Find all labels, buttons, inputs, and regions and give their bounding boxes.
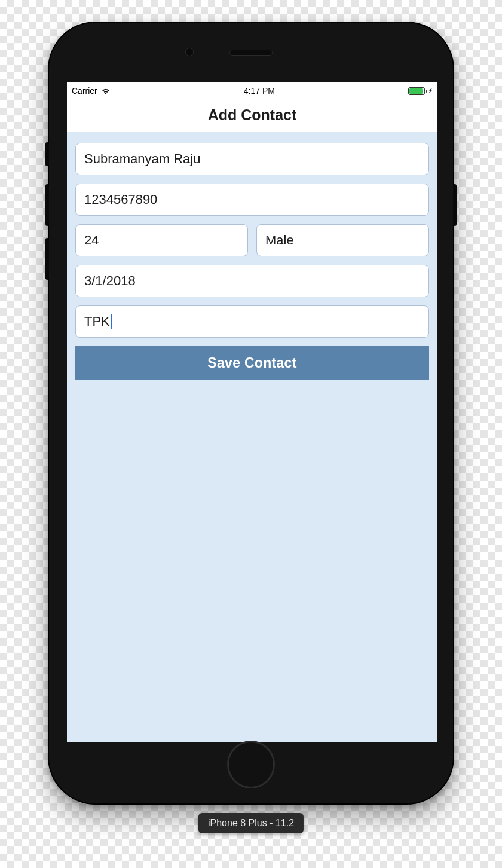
front-camera	[185, 48, 194, 56]
carrier-label: Carrier	[72, 86, 97, 96]
age-value: 24	[84, 233, 99, 248]
status-bar: Carrier 4:17 PM ⚡︎	[67, 82, 437, 99]
status-time: 4:17 PM	[111, 86, 408, 96]
date-value: 3/1/2018	[84, 273, 136, 289]
form-container: Subramanyam Raju 1234567890 24 Male 3/1/…	[67, 132, 437, 742]
text-cursor	[111, 314, 112, 329]
battery-icon	[408, 87, 425, 95]
phone-screen: Carrier 4:17 PM ⚡︎ Add Contact Subramany…	[67, 82, 437, 742]
name-field[interactable]: Subramanyam Raju	[75, 143, 429, 175]
home-button[interactable]	[227, 741, 275, 788]
name-value: Subramanyam Raju	[84, 151, 200, 167]
save-contact-button[interactable]: Save Contact	[75, 346, 429, 380]
phone-value: 1234567890	[84, 192, 157, 207]
location-field[interactable]: TPK	[75, 305, 429, 338]
wifi-icon	[101, 87, 111, 94]
phone-field[interactable]: 1234567890	[75, 184, 429, 216]
power-button	[453, 184, 457, 226]
page-title: Add Contact	[67, 99, 437, 132]
age-field[interactable]: 24	[75, 224, 248, 256]
silent-switch	[45, 142, 49, 166]
date-field[interactable]: 3/1/2018	[75, 265, 429, 297]
phone-device-frame: Carrier 4:17 PM ⚡︎ Add Contact Subramany…	[48, 22, 454, 805]
gender-value: Male	[265, 233, 294, 248]
volume-down-button	[45, 238, 49, 280]
gender-field[interactable]: Male	[256, 224, 429, 256]
simulator-device-badge: iPhone 8 Plus - 11.2	[198, 813, 304, 833]
location-value: TPK	[84, 314, 110, 329]
speaker-grille	[229, 50, 273, 56]
volume-up-button	[45, 184, 49, 226]
charging-icon: ⚡︎	[428, 87, 433, 95]
